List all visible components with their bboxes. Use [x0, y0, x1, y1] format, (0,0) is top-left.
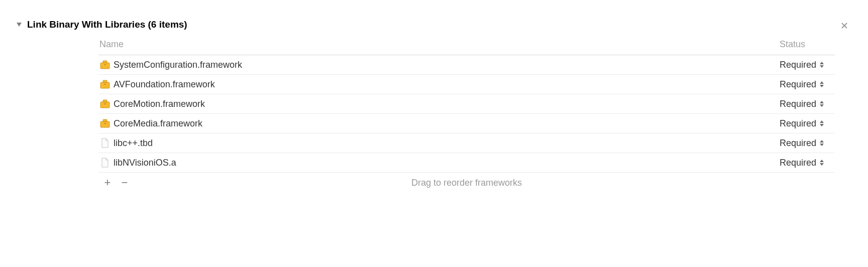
status-label: Required: [780, 60, 816, 70]
svg-marker-0: [17, 23, 22, 27]
library-name: libc++.tbd: [114, 138, 780, 149]
status-selector[interactable]: Required: [780, 118, 835, 129]
svg-marker-6: [820, 62, 824, 64]
svg-rect-9: [103, 80, 107, 82]
table-header: Name Status: [98, 39, 835, 55]
status-label: Required: [780, 138, 816, 149]
close-icon[interactable]: [841, 21, 848, 32]
svg-marker-25: [820, 160, 824, 162]
table-row[interactable]: CoreMedia.framework Required: [98, 114, 835, 134]
library-name: CoreMedia.framework: [114, 118, 780, 129]
disclosure-triangle-icon[interactable]: [16, 22, 22, 28]
status-selector[interactable]: Required: [780, 60, 835, 70]
remove-button[interactable]: −: [120, 177, 130, 188]
svg-marker-22: [820, 124, 824, 126]
stepper-icon: [819, 140, 824, 146]
status-label: Required: [780, 79, 816, 90]
svg-rect-10: [104, 84, 106, 85]
svg-marker-21: [820, 120, 824, 123]
stepper-icon: [819, 160, 824, 166]
svg-marker-24: [820, 144, 824, 146]
svg-rect-5: [104, 64, 106, 65]
table-row[interactable]: AVFoundation.framework Required: [98, 75, 835, 94]
stepper-icon: [819, 120, 824, 126]
status-label: Required: [780, 118, 816, 129]
status-selector[interactable]: Required: [780, 99, 835, 109]
svg-marker-17: [820, 104, 824, 107]
svg-rect-3: [100, 63, 110, 69]
section-title: Link Binary With Libraries (6 items): [27, 19, 187, 30]
svg-marker-16: [820, 101, 824, 103]
svg-marker-12: [820, 85, 824, 87]
svg-rect-14: [103, 100, 107, 102]
table-row[interactable]: libNVisioniOS.a Required: [98, 153, 835, 173]
svg-rect-15: [104, 103, 106, 104]
svg-rect-4: [103, 61, 107, 63]
svg-rect-13: [100, 102, 110, 108]
column-name-header[interactable]: Name: [98, 39, 780, 50]
stepper-icon: [819, 101, 824, 107]
stepper-icon: [819, 81, 824, 87]
file-icon: [99, 157, 111, 168]
svg-rect-20: [104, 123, 106, 124]
svg-rect-19: [103, 119, 107, 121]
svg-marker-7: [820, 65, 824, 68]
footer-hint: Drag to reorder frameworks: [98, 178, 835, 188]
svg-rect-18: [100, 121, 110, 127]
svg-marker-23: [820, 140, 824, 143]
library-name: SystemConfiguration.framework: [114, 60, 780, 70]
framework-icon: [99, 79, 111, 90]
libraries-table: Name Status SystemConfiguration.framewor…: [98, 39, 835, 193]
table-footer: + − Drag to reorder frameworks: [98, 173, 835, 193]
table-row[interactable]: libc++.tbd Required: [98, 134, 835, 153]
stepper-icon: [819, 62, 824, 68]
framework-icon: [99, 118, 111, 129]
svg-marker-11: [820, 81, 824, 84]
status-selector[interactable]: Required: [780, 158, 835, 168]
status-selector[interactable]: Required: [780, 79, 835, 90]
add-button[interactable]: +: [102, 177, 113, 188]
section-header: Link Binary With Libraries (6 items): [0, 19, 868, 30]
library-name: AVFoundation.framework: [114, 79, 780, 90]
status-label: Required: [780, 99, 816, 109]
library-name: CoreMotion.framework: [114, 99, 780, 109]
table-row[interactable]: CoreMotion.framework Required: [98, 94, 835, 114]
svg-rect-8: [100, 82, 110, 88]
file-icon: [99, 138, 111, 149]
status-selector[interactable]: Required: [780, 138, 835, 149]
column-status-header[interactable]: Status: [780, 39, 835, 50]
status-label: Required: [780, 158, 816, 168]
svg-marker-26: [820, 163, 824, 166]
table-row[interactable]: SystemConfiguration.framework Required: [98, 55, 835, 75]
framework-icon: [99, 59, 111, 70]
library-name: libNVisioniOS.a: [114, 158, 780, 168]
framework-icon: [99, 98, 111, 109]
